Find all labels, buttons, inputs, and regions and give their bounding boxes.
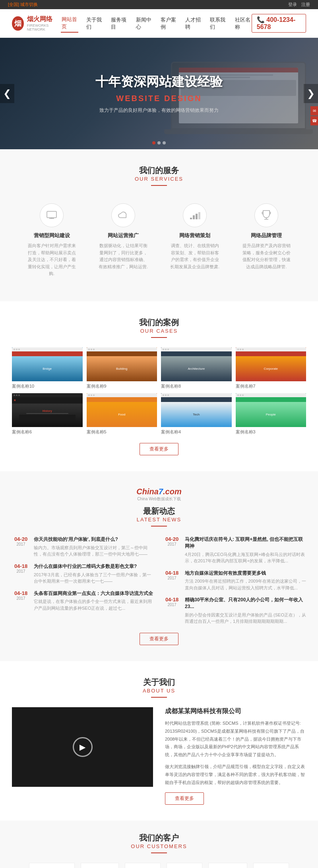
news-item-3: 04-18 2017 为什么在媒体中行业的二维码大多数是彩色文章? 2017年3…	[12, 563, 155, 585]
news-column-right: 04-20 2017 马化腾对话庆在符号人: 互联网+显然然, 但也不能把互联网…	[163, 536, 306, 625]
svg-rect-6	[198, 212, 200, 219]
service-icon-cloud	[111, 203, 135, 227]
news-view-more: 查看更多	[12, 633, 306, 645]
location-text[interactable]: [全国] 城市切换	[8, 2, 38, 8]
hero-content: 十年资深网站建设经验 WEBSITE DESIGN 致力于产品的良好用户体验，有…	[95, 73, 223, 114]
login-link[interactable]: 登录	[288, 2, 297, 7]
services-grid: 营销型网站建设 面向客户针对用户需求来打造，帮助网站展示卖点及关注达，不只好看，…	[12, 195, 306, 285]
hero-dot-2[interactable]	[157, 141, 161, 144]
play-button[interactable]: ▶	[73, 737, 93, 757]
china-logo: China7.com China Web数据成长下载	[12, 487, 306, 502]
service-name-2: 网站运营推广	[97, 232, 149, 239]
news-date-1: 04-20 2017	[12, 536, 30, 546]
customer-dineout[interactable]: 🍽 dineout	[253, 863, 289, 868]
cases-grid: Bridge 案例名称10 Building 案例名称9	[12, 347, 306, 435]
service-icon-trophy	[254, 203, 278, 227]
service-card-1: 营销型网站建设 面向客户针对用户需求来打造，帮助网站展示卖点及关注达，不只好看，…	[20, 195, 83, 285]
news-item-1: 04-20 2017 你天共技能动的'用户体验', 到底是什么? 输内力。市场观…	[12, 536, 155, 558]
customer-healthcare[interactable]: ⊕ healthcare	[208, 863, 247, 868]
case-item-9[interactable]: Building 案例名称9	[87, 347, 157, 389]
svg-rect-0	[47, 211, 56, 218]
service-card-3: 网络营销策划 调查、统计、在线营销内容策划、发，帮助目标客户的需求，有价值升企业…	[163, 195, 227, 285]
hero-subtitle: 致力于产品的良好用户体验，有效的网络营销效果而努力	[95, 107, 223, 114]
hero-prev-button[interactable]: ❮	[0, 84, 14, 103]
service-desc-2: 数据驱动化，让结果可衡量网到了，同行比更多，通过内容营销指标准确、有效精准推广，…	[97, 242, 149, 270]
service-name-1: 营销型网站建设	[26, 232, 78, 239]
hero-side-btn-1[interactable]: ✉	[310, 106, 318, 115]
logo: 烟 烟火网络 FIREWORKS NETWORK	[12, 15, 61, 31]
hero-dot-1[interactable]	[152, 141, 155, 144]
svg-rect-4	[193, 215, 195, 219]
case-item-10[interactable]: Bridge 案例名称10	[12, 347, 83, 389]
nav-cases[interactable]: 客户案例	[160, 15, 177, 32]
case-label-3: 案例名称3	[236, 429, 306, 435]
customer-kolaroo[interactable]: 🦘 Kolaroo	[167, 863, 202, 868]
about-content: 成都某某网络科技有限公司 时代网站信息管理系统 (简称: SDCMS，计算机软件…	[165, 707, 306, 805]
about-video[interactable]: ▶	[12, 707, 153, 787]
hero-title: 十年资深网站建设经验	[95, 73, 223, 91]
customer-tango[interactable]: ☕ TANGO	[81, 863, 119, 868]
news-content-6: 精确30平米办公室、只有200人的小公司，如何一年收入23... 新的小型会传因…	[185, 597, 306, 625]
case-item-7[interactable]: Corporate 案例名称7	[236, 347, 306, 389]
hero-side-btn-2[interactable]: ☎	[310, 116, 318, 125]
customers-title: 我们的客户 OUR CUSTOMERS	[12, 833, 306, 853]
news-view-more-btn[interactable]: 查看更多	[140, 633, 178, 645]
news-column-left: 04-20 2017 你天共技能动的'用户体验', 到底是什么? 输内力。市场观…	[12, 536, 155, 625]
news-section: China7.com China Web数据成长下载 最新动态 LATEST N…	[0, 471, 318, 661]
news-date-4: 04-18 2017	[163, 570, 181, 580]
news-item-6: 04-18 2017 精确30平米办公室、只有200人的小公司，如何一年收入23…	[163, 597, 306, 625]
nav-contact[interactable]: 联系我们	[209, 15, 227, 32]
svg-rect-5	[196, 214, 198, 219]
case-item-5[interactable]: Food 案例名称5	[87, 393, 157, 435]
case-label-9: 案例名称9	[87, 383, 157, 389]
news-date-5: 04-18 2017	[12, 590, 30, 601]
hero-side-buttons: ✉ ☎	[310, 106, 318, 125]
phone-icon: 📞	[257, 16, 265, 23]
news-item-4: 04-18 2017 地方自媒体运营如何有效度需要更多钱 方法 2009年在将近…	[163, 570, 306, 591]
case-item-4[interactable]: Tech 案例名称4	[161, 393, 232, 435]
cases-title: 我们的案例 OUR CASES	[12, 317, 306, 338]
services-title: 我们的服务 OUR SERVICES	[12, 165, 306, 186]
phone-number: 📞 400-1234-5678	[252, 14, 306, 33]
nav-home[interactable]: 网站首页	[61, 14, 78, 33]
about-desc-2: 做大浏览流接触牌引领，介绍产品规范引领，模型自定义字段，自定义表单等灵活的内容管…	[165, 763, 306, 786]
hero-next-button[interactable]: ❯	[304, 84, 318, 103]
cases-section: 我们的案例 OUR CASES Bridge 案例名称10	[0, 301, 318, 471]
news-item-5: 04-18 2017 头条客百媒网商业第一点实点：六大自媒体导访流方式全 它就是…	[12, 590, 155, 612]
news-grid: 04-20 2017 你天共技能动的'用户体验', 到底是什么? 输内力。市场观…	[12, 536, 306, 625]
nav-services[interactable]: 服务项目	[110, 15, 128, 32]
case-label-5: 案例名称5	[87, 429, 157, 435]
svg-rect-3	[190, 218, 192, 219]
services-section: 我们的服务 OUR SERVICES 营销型网站建设 面向客户针对用户需求来打造…	[0, 149, 318, 301]
cases-view-more: 查看更多	[12, 443, 306, 455]
logo-text: 烟火网络	[27, 15, 61, 23]
nav-community[interactable]: 社区名称	[234, 15, 252, 32]
header: 烟 烟火网络 FIREWORKS NETWORK 网站首页 关于我们 服务项目 …	[0, 9, 318, 38]
news-content-5: 头条客百媒网商业第一点实点：六大自媒体导访流方式全 它就是说，在客户体验点的多个…	[34, 590, 155, 612]
nav-news[interactable]: 新闻中心	[135, 15, 153, 32]
news-item-2: 04-20 2017 马化腾对话庆在符号人: 互联网+显然然, 但也不能把互联网…	[163, 536, 306, 564]
case-item-3[interactable]: People 案例名称3	[236, 393, 306, 435]
hero-dot-3[interactable]	[163, 141, 166, 144]
service-desc-1: 面向客户针对用户需求来打造，帮助网站展示卖点及关注达，不只好看，着重转化实现，让…	[26, 242, 78, 277]
cases-view-more-btn[interactable]: 查看更多	[140, 443, 178, 455]
case-item-8[interactable]: Architecture 案例名称8	[161, 347, 232, 389]
service-name-3: 网络营销策划	[169, 232, 221, 239]
about-title: 关于我们 ABOUT US	[12, 677, 306, 698]
company-name: 成都某某网络科技有限公司	[165, 707, 306, 716]
case-label-10: 案例名称10	[12, 383, 83, 389]
service-desc-4: 提升品牌资产及内容营销策略，服务企业树立心价值配对化分析管理，快速达成品牌战略品…	[240, 242, 292, 270]
news-date-6: 04-18 2017	[163, 597, 181, 607]
service-icon-web	[40, 203, 64, 227]
customer-springlove[interactable]: ✿ SPRINGLOVE	[29, 863, 75, 868]
news-date-2: 04-20 2017	[163, 536, 181, 546]
customers-grid: ✿ SPRINGLOVE ☕ TANGO VESTED 🦘 Kolaroo ⊕ …	[12, 863, 306, 868]
register-link[interactable]: 注册	[301, 2, 310, 7]
nav-about[interactable]: 关于我们	[85, 15, 103, 32]
case-item-6[interactable]: ★ History 案例名称6	[12, 393, 83, 435]
customer-vested[interactable]: VESTED	[125, 863, 161, 868]
about-view-more-btn[interactable]: 查看更多	[165, 792, 204, 805]
news-content-2: 马化腾对话庆在符号人: 互联网+显然然, 但也不能把互联网神 4月20日，腾讯C…	[185, 536, 306, 564]
case-label-7: 案例名称7	[236, 383, 306, 389]
nav-jobs[interactable]: 人才招聘	[184, 15, 202, 32]
